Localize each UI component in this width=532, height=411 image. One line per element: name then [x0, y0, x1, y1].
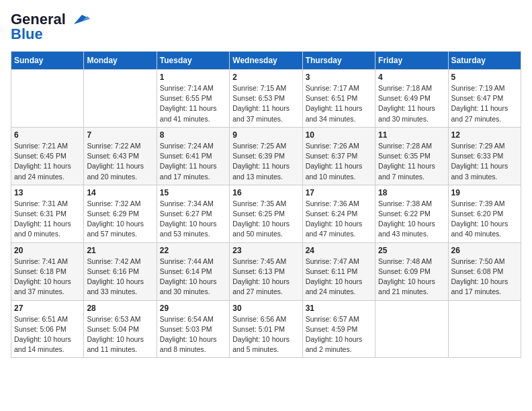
- day-info: Sunrise: 7:15 AM Sunset: 6:53 PM Dayligh…: [232, 83, 299, 124]
- day-number: 29: [160, 304, 226, 313]
- calendar-cell: 3Sunrise: 7:17 AM Sunset: 6:51 PM Daylig…: [302, 70, 375, 128]
- day-info: Sunrise: 6:57 AM Sunset: 4:59 PM Dayligh…: [306, 314, 372, 355]
- day-number: 27: [14, 304, 81, 313]
- day-info: Sunrise: 7:22 AM Sunset: 6:43 PM Dayligh…: [87, 141, 153, 182]
- day-number: 20: [14, 246, 81, 255]
- day-info: Sunrise: 7:17 AM Sunset: 6:51 PM Dayligh…: [306, 83, 372, 124]
- calendar-cell: 7Sunrise: 7:22 AM Sunset: 6:43 PM Daylig…: [84, 127, 157, 185]
- calendar-week-4: 20Sunrise: 7:41 AM Sunset: 6:18 PM Dayli…: [11, 242, 521, 300]
- calendar-cell: 27Sunrise: 6:51 AM Sunset: 5:06 PM Dayli…: [11, 300, 84, 358]
- day-number: 22: [160, 246, 226, 255]
- calendar-week-5: 27Sunrise: 6:51 AM Sunset: 5:06 PM Dayli…: [11, 300, 521, 358]
- day-number: 12: [451, 130, 518, 140]
- calendar-cell: 2Sunrise: 7:15 AM Sunset: 6:53 PM Daylig…: [230, 70, 302, 128]
- day-number: 30: [232, 304, 299, 313]
- calendar-cell: [11, 70, 84, 128]
- day-number: 17: [306, 188, 372, 197]
- calendar-cell: 10Sunrise: 7:26 AM Sunset: 6:37 PM Dayli…: [302, 127, 375, 185]
- calendar-cell: 12Sunrise: 7:29 AM Sunset: 6:33 PM Dayli…: [448, 127, 521, 185]
- calendar-cell: 9Sunrise: 7:25 AM Sunset: 6:39 PM Daylig…: [230, 127, 302, 185]
- calendar-cell: 19Sunrise: 7:39 AM Sunset: 6:20 PM Dayli…: [448, 185, 521, 242]
- logo: General Blue: [11, 11, 90, 43]
- calendar-cell: 21Sunrise: 7:42 AM Sunset: 6:16 PM Dayli…: [84, 242, 157, 300]
- day-number: 7: [87, 130, 153, 140]
- day-info: Sunrise: 7:24 AM Sunset: 6:41 PM Dayligh…: [160, 141, 226, 182]
- day-info: Sunrise: 7:19 AM Sunset: 6:47 PM Dayligh…: [451, 83, 518, 124]
- day-number: 6: [14, 130, 81, 140]
- calendar-cell: 25Sunrise: 7:48 AM Sunset: 6:09 PM Dayli…: [375, 242, 448, 300]
- day-info: Sunrise: 7:34 AM Sunset: 6:27 PM Dayligh…: [160, 199, 226, 240]
- calendar-week-3: 13Sunrise: 7:31 AM Sunset: 6:31 PM Dayli…: [11, 185, 521, 242]
- calendar-cell: 5Sunrise: 7:19 AM Sunset: 6:47 PM Daylig…: [448, 70, 521, 128]
- day-number: 9: [232, 130, 299, 140]
- day-number: 15: [160, 188, 226, 197]
- page-header: General Blue: [11, 11, 521, 43]
- day-number: 11: [378, 130, 445, 140]
- day-number: 26: [451, 246, 518, 255]
- day-number: 13: [14, 188, 81, 197]
- calendar-cell: 16Sunrise: 7:35 AM Sunset: 6:25 PM Dayli…: [230, 185, 302, 242]
- day-info: Sunrise: 7:28 AM Sunset: 6:35 PM Dayligh…: [378, 141, 445, 182]
- day-number: 28: [87, 304, 153, 313]
- logo-bird-icon: [69, 12, 90, 27]
- day-number: 24: [306, 246, 372, 255]
- header-thursday: Thursday: [302, 52, 375, 70]
- day-info: Sunrise: 7:29 AM Sunset: 6:33 PM Dayligh…: [451, 141, 518, 182]
- day-info: Sunrise: 7:45 AM Sunset: 6:13 PM Dayligh…: [232, 257, 299, 298]
- calendar-cell: 30Sunrise: 6:56 AM Sunset: 5:01 PM Dayli…: [230, 300, 302, 358]
- calendar-week-1: 1Sunrise: 7:14 AM Sunset: 6:55 PM Daylig…: [11, 70, 521, 128]
- day-number: 5: [451, 73, 518, 82]
- day-info: Sunrise: 7:44 AM Sunset: 6:14 PM Dayligh…: [160, 257, 226, 298]
- day-number: 8: [160, 130, 226, 140]
- day-info: Sunrise: 7:38 AM Sunset: 6:22 PM Dayligh…: [378, 199, 445, 240]
- header-wednesday: Wednesday: [230, 52, 302, 70]
- calendar-cell: 8Sunrise: 7:24 AM Sunset: 6:41 PM Daylig…: [157, 127, 229, 185]
- day-info: Sunrise: 6:53 AM Sunset: 5:04 PM Dayligh…: [87, 314, 153, 355]
- calendar-cell: 20Sunrise: 7:41 AM Sunset: 6:18 PM Dayli…: [11, 242, 84, 300]
- calendar-cell: [84, 70, 157, 128]
- calendar-cell: 17Sunrise: 7:36 AM Sunset: 6:24 PM Dayli…: [302, 185, 375, 242]
- day-number: 23: [232, 246, 299, 255]
- calendar-cell: 14Sunrise: 7:32 AM Sunset: 6:29 PM Dayli…: [84, 185, 157, 242]
- day-info: Sunrise: 6:56 AM Sunset: 5:01 PM Dayligh…: [232, 314, 299, 355]
- day-number: 19: [451, 188, 518, 197]
- calendar-cell: [448, 300, 521, 358]
- calendar-cell: 29Sunrise: 6:54 AM Sunset: 5:03 PM Dayli…: [157, 300, 229, 358]
- calendar-table: SundayMondayTuesdayWednesdayThursdayFrid…: [11, 51, 521, 358]
- day-info: Sunrise: 7:32 AM Sunset: 6:29 PM Dayligh…: [87, 199, 153, 240]
- logo-blue: Blue: [11, 26, 43, 43]
- day-number: 10: [306, 130, 372, 140]
- day-info: Sunrise: 7:50 AM Sunset: 6:08 PM Dayligh…: [451, 257, 518, 298]
- calendar-cell: 18Sunrise: 7:38 AM Sunset: 6:22 PM Dayli…: [375, 185, 448, 242]
- day-info: Sunrise: 7:36 AM Sunset: 6:24 PM Dayligh…: [306, 199, 372, 240]
- calendar-cell: 11Sunrise: 7:28 AM Sunset: 6:35 PM Dayli…: [375, 127, 448, 185]
- day-info: Sunrise: 7:26 AM Sunset: 6:37 PM Dayligh…: [306, 141, 372, 182]
- header-sunday: Sunday: [11, 52, 84, 70]
- day-number: 25: [378, 246, 445, 255]
- calendar-cell: 1Sunrise: 7:14 AM Sunset: 6:55 PM Daylig…: [157, 70, 229, 128]
- day-info: Sunrise: 7:47 AM Sunset: 6:11 PM Dayligh…: [306, 257, 372, 298]
- header-saturday: Saturday: [448, 52, 521, 70]
- day-info: Sunrise: 7:25 AM Sunset: 6:39 PM Dayligh…: [232, 141, 299, 182]
- header-friday: Friday: [375, 52, 448, 70]
- day-info: Sunrise: 6:54 AM Sunset: 5:03 PM Dayligh…: [160, 314, 226, 355]
- calendar-cell: 31Sunrise: 6:57 AM Sunset: 4:59 PM Dayli…: [302, 300, 375, 358]
- calendar-cell: 15Sunrise: 7:34 AM Sunset: 6:27 PM Dayli…: [157, 185, 229, 242]
- day-number: 16: [232, 188, 299, 197]
- day-number: 21: [87, 246, 153, 255]
- day-info: Sunrise: 7:41 AM Sunset: 6:18 PM Dayligh…: [14, 257, 81, 298]
- calendar-cell: 22Sunrise: 7:44 AM Sunset: 6:14 PM Dayli…: [157, 242, 229, 300]
- day-info: Sunrise: 7:42 AM Sunset: 6:16 PM Dayligh…: [87, 257, 153, 298]
- day-number: 3: [306, 73, 372, 82]
- day-info: Sunrise: 7:14 AM Sunset: 6:55 PM Dayligh…: [160, 83, 226, 124]
- day-number: 14: [87, 188, 153, 197]
- day-number: 18: [378, 188, 445, 197]
- day-number: 4: [378, 73, 445, 82]
- calendar-cell: 26Sunrise: 7:50 AM Sunset: 6:08 PM Dayli…: [448, 242, 521, 300]
- calendar-cell: 6Sunrise: 7:21 AM Sunset: 6:45 PM Daylig…: [11, 127, 84, 185]
- calendar-header-row: SundayMondayTuesdayWednesdayThursdayFrid…: [11, 52, 521, 70]
- day-info: Sunrise: 7:21 AM Sunset: 6:45 PM Dayligh…: [14, 141, 81, 182]
- day-info: Sunrise: 6:51 AM Sunset: 5:06 PM Dayligh…: [14, 314, 81, 355]
- calendar-cell: 24Sunrise: 7:47 AM Sunset: 6:11 PM Dayli…: [302, 242, 375, 300]
- day-number: 31: [306, 304, 372, 313]
